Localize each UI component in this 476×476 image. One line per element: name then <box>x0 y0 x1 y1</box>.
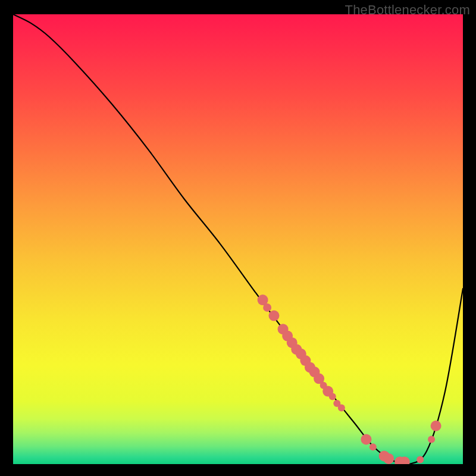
highlight-dot <box>263 303 271 312</box>
chart-svg <box>13 14 463 464</box>
highlight-dot <box>369 443 377 450</box>
highlight-dot <box>268 311 279 321</box>
plot-frame <box>12 13 464 465</box>
watermark-text: TheBottlenecker.com <box>345 2 470 18</box>
highlight-dot <box>416 456 424 463</box>
highlight-dot <box>329 393 336 400</box>
highlight-dot <box>361 434 371 444</box>
curve-line <box>13 14 463 464</box>
chart-canvas: TheBottlenecker.com <box>0 0 476 476</box>
highlight-dots <box>258 295 441 464</box>
highlight-dot <box>431 421 441 431</box>
highlight-dot <box>428 436 435 443</box>
highlight-dot <box>383 453 394 464</box>
highlight-dot <box>338 405 345 412</box>
